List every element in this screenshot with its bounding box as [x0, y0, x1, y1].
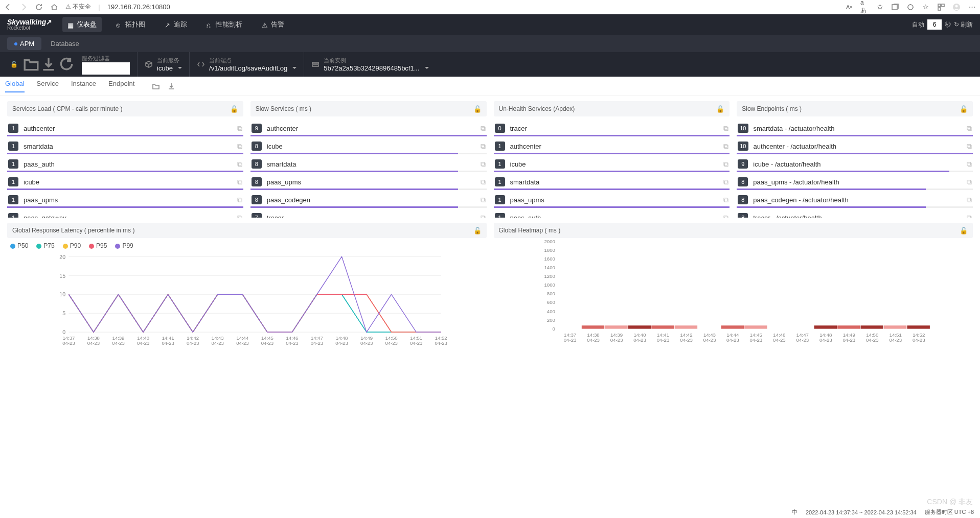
list-item[interactable]: 1smartdata⧉	[7, 137, 243, 155]
service-filter-input[interactable]	[82, 62, 130, 75]
panel-lock-icon[interactable]: 🔓	[230, 105, 238, 113]
nav-仪表盘[interactable]: ▦仪表盘	[62, 17, 102, 32]
content-tab-instance[interactable]: Instance	[71, 80, 96, 92]
nav-性能剖析[interactable]: ⎌性能剖析	[201, 17, 247, 32]
copy-icon[interactable]: ⧉	[723, 124, 728, 133]
home-icon[interactable]	[50, 3, 58, 11]
copy-icon[interactable]: ⧉	[481, 214, 486, 218]
list-item[interactable]: 8paas_upms - /actuator/health⧉	[737, 173, 973, 191]
list-item[interactable]: 7tracer⧉	[250, 209, 487, 218]
lock-icon[interactable]: 🔓	[5, 56, 22, 73]
star-icon[interactable]: ✩	[876, 3, 884, 11]
svg-text:14:46: 14:46	[286, 335, 299, 341]
panel-lock-icon[interactable]: 🔓	[473, 105, 482, 113]
copy-icon[interactable]: ⧉	[967, 196, 972, 204]
translate-icon[interactable]: aあ	[860, 3, 869, 11]
content-tab-global[interactable]: Global	[5, 80, 25, 92]
nav-追踪[interactable]: ↗追踪	[159, 17, 192, 32]
copy-icon[interactable]: ⧉	[967, 142, 972, 151]
copy-icon[interactable]: ⧉	[723, 196, 728, 204]
panel-lock-icon[interactable]: 🔓	[473, 227, 482, 234]
folder-icon[interactable]	[22, 56, 40, 73]
extensions-icon[interactable]	[906, 3, 915, 11]
copy-icon[interactable]: ⧉	[237, 160, 242, 169]
list-item[interactable]: 8smartdata⧉	[250, 155, 487, 173]
copy-icon[interactable]: ⧉	[723, 142, 728, 151]
refresh-icon[interactable]: ↻ 刷新	[954, 20, 973, 29]
legend-item-P75[interactable]: P75	[36, 242, 54, 249]
rank-badge: 1	[495, 142, 505, 151]
reload-data-icon[interactable]	[57, 56, 75, 73]
current-instance-select[interactable]: 当前实例 5b72a2a53b32429896485bcf1...	[304, 52, 436, 77]
list-item[interactable]: 9authcenter⧉	[250, 120, 487, 137]
legend-item-P95[interactable]: P95	[89, 242, 107, 249]
copy-icon[interactable]: ⧉	[967, 124, 972, 133]
copy-icon[interactable]: ⧉	[967, 178, 972, 186]
svg-text:20: 20	[59, 254, 65, 260]
reload-icon[interactable]	[35, 3, 43, 11]
forward-icon[interactable]	[19, 3, 28, 11]
collections-icon[interactable]	[891, 3, 899, 11]
footer-timerange[interactable]: 2022-04-23 14:37:34 ~ 2022-04-23 14:52:3…	[806, 509, 917, 515]
copy-icon[interactable]: ⧉	[237, 178, 242, 186]
list-item[interactable]: 1icube⧉	[494, 155, 730, 173]
legend-item-P90[interactable]: P90	[63, 242, 81, 249]
text-size-icon[interactable]: A»	[845, 3, 853, 11]
list-item[interactable]: 8icube⧉	[250, 137, 487, 155]
module-tab-apm[interactable]: APM	[7, 37, 41, 50]
folder-open-icon[interactable]	[152, 82, 160, 90]
copy-icon[interactable]: ⧉	[237, 196, 242, 204]
back-icon[interactable]	[4, 3, 12, 11]
nav-告警[interactable]: ⚠告警	[257, 17, 289, 32]
current-service-select[interactable]: 当前服务 icube	[137, 52, 189, 77]
list-item[interactable]: 1authcenter⧉	[7, 120, 243, 137]
list-item[interactable]: 8tracer - /actuator/health⧉	[737, 209, 973, 218]
current-endpoint-select[interactable]: 当前端点 /v1/auditLog/saveAuditLog	[189, 52, 304, 77]
copy-icon[interactable]: ⧉	[237, 142, 242, 151]
copy-icon[interactable]: ⧉	[237, 214, 242, 218]
app-icon[interactable]	[937, 3, 945, 11]
copy-icon[interactable]: ⧉	[481, 160, 486, 169]
panel-lock-icon[interactable]: 🔓	[960, 105, 968, 113]
copy-icon[interactable]: ⧉	[237, 124, 242, 133]
panel-lock-icon[interactable]: 🔓	[960, 227, 968, 234]
copy-icon[interactable]: ⧉	[481, 124, 486, 133]
copy-icon[interactable]: ⧉	[723, 178, 728, 186]
profile-icon[interactable]	[952, 3, 961, 11]
more-icon[interactable]: ⋯	[968, 3, 976, 11]
copy-icon[interactable]: ⧉	[723, 214, 728, 218]
list-item[interactable]: 10smartdata - /actuator/health⧉	[737, 120, 973, 137]
list-item[interactable]: 1paas_gateway⧉	[7, 209, 243, 218]
content-tab-endpoint[interactable]: Endpoint	[108, 80, 134, 92]
list-item[interactable]: 8paas_codegen⧉	[250, 191, 487, 209]
legend-item-P50[interactable]: P50	[10, 242, 28, 249]
list-item[interactable]: 1smartdata⧉	[494, 173, 730, 191]
copy-icon[interactable]: ⧉	[967, 160, 972, 169]
list-item[interactable]: 8paas_codegen - /actuator/health⧉	[737, 191, 973, 209]
list-item[interactable]: 0tracer⧉	[494, 120, 730, 137]
list-item[interactable]: 8paas_upms⧉	[250, 173, 487, 191]
list-item[interactable]: 1icube⧉	[7, 173, 243, 191]
favorites-icon[interactable]: ☆	[922, 3, 930, 11]
list-item[interactable]: 1paas_auth⧉	[7, 155, 243, 173]
list-item[interactable]: 1paas_auth⧉	[494, 209, 730, 218]
refresh-interval-input[interactable]	[927, 19, 942, 30]
module-tab-database[interactable]: Database	[43, 37, 86, 50]
list-item[interactable]: 10authcenter - /actuator/health⧉	[737, 137, 973, 155]
copy-icon[interactable]: ⧉	[967, 214, 972, 218]
address-bar[interactable]: 192.168.70.26:10800	[107, 3, 838, 11]
copy-icon[interactable]: ⧉	[481, 142, 486, 151]
copy-icon[interactable]: ⧉	[723, 160, 728, 169]
nav-拓扑图[interactable]: ⎋拓扑图	[111, 17, 150, 32]
copy-icon[interactable]: ⧉	[481, 196, 486, 204]
list-item[interactable]: 1paas_upms⧉	[494, 191, 730, 209]
copy-icon[interactable]: ⧉	[481, 178, 486, 186]
list-item[interactable]: 9icube - /actuator/health⧉	[737, 155, 973, 173]
panel-lock-icon[interactable]: 🔓	[716, 105, 724, 113]
legend-item-P99[interactable]: P99	[115, 242, 133, 249]
download-icon[interactable]	[40, 56, 57, 73]
content-tab-service[interactable]: Service	[37, 80, 59, 92]
export-icon[interactable]	[167, 82, 175, 90]
list-item[interactable]: 1authcenter⧉	[494, 137, 730, 155]
list-item[interactable]: 1paas_upms⧉	[7, 191, 243, 209]
